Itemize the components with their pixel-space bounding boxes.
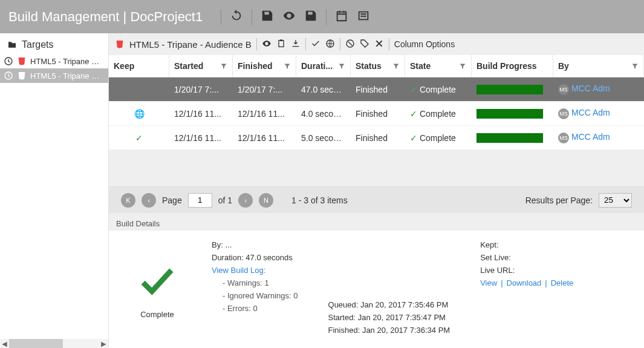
html5-icon bbox=[17, 71, 27, 80]
detail-kept: Kept: bbox=[480, 240, 573, 249]
divider bbox=[221, 9, 221, 25]
avatar: MS bbox=[558, 108, 569, 119]
check-icon: ✓ bbox=[410, 85, 417, 94]
eye-icon[interactable] bbox=[262, 39, 272, 50]
download-icon[interactable] bbox=[291, 39, 301, 50]
svg-rect-3 bbox=[280, 39, 282, 41]
detail-queued: Queued: Jan 20, 2017 7:35:46 PM bbox=[328, 300, 450, 309]
detail-by-value: ... bbox=[225, 240, 232, 249]
view-link[interactable]: View bbox=[480, 278, 497, 287]
filter-icon[interactable] bbox=[338, 62, 345, 70]
page-next-button[interactable]: › bbox=[238, 193, 253, 208]
col-status[interactable]: Status bbox=[351, 55, 405, 77]
check-icon: ✓ bbox=[135, 133, 143, 143]
table-row[interactable]: ✓ 12/1/16 11... 12/1/16 11... 5.0 second… bbox=[109, 126, 644, 150]
check-icon: ✓ bbox=[410, 109, 417, 119]
page-range: 1 - 3 of 3 items bbox=[291, 195, 348, 205]
col-started[interactable]: Started bbox=[169, 55, 233, 77]
detail-duration: Duration: 47.0 seconds bbox=[212, 253, 298, 262]
table-row[interactable]: 1/20/17 7:... 1/20/17 7:... 47.0 seconds… bbox=[109, 77, 644, 102]
divider bbox=[252, 9, 252, 25]
col-by[interactable]: By bbox=[553, 55, 644, 77]
delete-link[interactable]: Delete bbox=[551, 278, 574, 287]
page-label: Page bbox=[162, 195, 182, 205]
calendar-icon[interactable] bbox=[335, 9, 348, 24]
folder-icon bbox=[7, 40, 17, 50]
avatar: MS bbox=[558, 84, 569, 95]
divider bbox=[305, 38, 306, 50]
page-input[interactable] bbox=[188, 193, 212, 208]
check-icon: ✓ bbox=[410, 133, 417, 143]
sidebar-heading: Targets bbox=[0, 33, 108, 54]
detail-warnings: - Warnings: 1 bbox=[212, 278, 298, 287]
divider bbox=[389, 38, 389, 50]
detail-ignored-warnings: - Ignored Warnings: 0 bbox=[212, 291, 298, 300]
page-first-button[interactable]: K bbox=[121, 193, 135, 208]
progress-bar bbox=[476, 109, 543, 119]
detail-liveurl: Live URL: bbox=[480, 266, 573, 275]
divider bbox=[256, 38, 257, 50]
progress-bar bbox=[476, 85, 543, 94]
filter-icon[interactable] bbox=[220, 62, 227, 70]
detail-finished: Finished: Jan 20, 2017 7:36:34 PM bbox=[328, 326, 450, 335]
divider bbox=[340, 38, 340, 50]
download-link[interactable]: Download bbox=[507, 278, 542, 287]
globe-icon[interactable] bbox=[325, 39, 335, 50]
col-state[interactable]: State bbox=[405, 55, 472, 77]
view-build-log-link[interactable]: View Build Log: bbox=[212, 266, 298, 275]
clipboard-icon[interactable] bbox=[276, 39, 286, 50]
page-of-label: of 1 bbox=[218, 195, 232, 205]
eye-icon[interactable] bbox=[282, 9, 296, 24]
save-live-icon[interactable] bbox=[304, 9, 317, 24]
sidebar-item-target-1[interactable]: HTML5 - Tripane … bbox=[0, 68, 108, 83]
task-list-icon[interactable] bbox=[357, 9, 370, 24]
column-options-link[interactable]: Column Options bbox=[394, 39, 455, 49]
save-icon[interactable] bbox=[261, 9, 274, 24]
status-complete-label: Complete bbox=[140, 310, 174, 319]
page-title: Build Management | DocProject1 bbox=[8, 9, 203, 25]
divider bbox=[326, 9, 327, 25]
refresh-icon[interactable] bbox=[230, 9, 243, 24]
details-heading: Build Details bbox=[109, 213, 644, 231]
page-last-button[interactable]: N bbox=[259, 193, 273, 208]
close-icon[interactable] bbox=[374, 39, 384, 50]
target-title: HTML5 - Tripane - Audience B bbox=[129, 39, 252, 50]
col-finished[interactable]: Finished bbox=[233, 55, 296, 77]
table-row[interactable]: 🌐 12/1/16 11... 12/1/16 11... 4.0 second… bbox=[109, 102, 644, 126]
detail-setlive: Set Live: bbox=[480, 253, 573, 262]
col-keep[interactable]: Keep bbox=[109, 55, 169, 77]
detail-errors: - Errors: 0 bbox=[212, 304, 298, 313]
big-check-icon bbox=[136, 260, 178, 304]
html5-icon bbox=[115, 39, 125, 49]
html5-icon bbox=[17, 56, 27, 66]
clock-icon bbox=[4, 56, 13, 66]
globe-icon: 🌐 bbox=[134, 109, 145, 119]
page-prev-button[interactable]: ‹ bbox=[141, 193, 156, 208]
detail-by-label: By: bbox=[212, 240, 223, 249]
detail-started: Started: Jan 20, 2017 7:35:47 PM bbox=[328, 313, 450, 322]
rpp-select[interactable]: 25 bbox=[599, 193, 632, 208]
avatar: MS bbox=[558, 133, 569, 143]
progress-bar bbox=[476, 133, 543, 143]
col-duration[interactable]: Durati... bbox=[296, 55, 351, 77]
filter-icon[interactable] bbox=[459, 62, 466, 70]
filter-icon[interactable] bbox=[284, 62, 291, 70]
filter-icon[interactable] bbox=[392, 62, 400, 70]
col-progress[interactable]: Build Progress bbox=[472, 55, 553, 77]
rpp-label: Results per Page: bbox=[525, 195, 593, 205]
filter-icon[interactable] bbox=[631, 62, 639, 70]
stop-icon[interactable] bbox=[345, 39, 355, 50]
horizontal-scrollbar[interactable]: ◄ ► bbox=[0, 339, 108, 348]
check-icon[interactable] bbox=[311, 39, 320, 50]
svg-rect-2 bbox=[279, 40, 284, 47]
clock-icon bbox=[4, 71, 13, 80]
sidebar-item-target-0[interactable]: HTML5 - Tripane … bbox=[0, 54, 108, 68]
tag-icon[interactable] bbox=[360, 39, 369, 50]
